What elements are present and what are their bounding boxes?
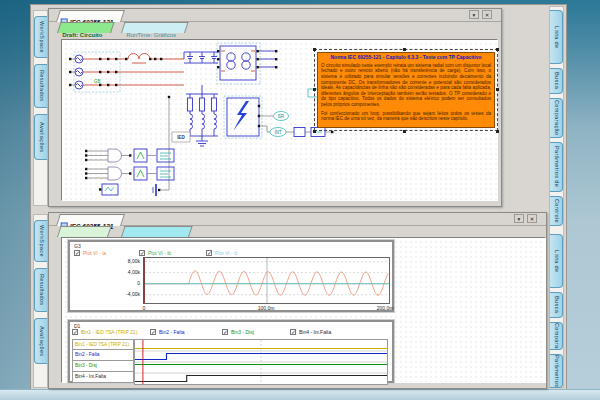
transformer-icon — [217, 46, 277, 80]
status-bar — [0, 389, 600, 400]
close-panel-button[interactable]: ✕ — [482, 10, 492, 19]
legend-plot-ia: Plot VI - ia — [83, 250, 106, 256]
ac-source-icons — [69, 55, 83, 89]
checkbox-plot-ic[interactable]: ✓ — [206, 250, 212, 256]
schematic-canvas[interactable]: .sel{fill:none;stroke:#6fc0cf;stroke-wid… — [61, 39, 498, 201]
sidebar-tab-resultados-2[interactable]: Resultados — [34, 268, 47, 312]
sidebar-tab-comparacao[interactable]: Comparação — [550, 98, 563, 138]
channel-label-bin3: Bin3 - Disj — [72, 361, 134, 372]
x-tick: 0 — [143, 305, 146, 311]
y-tick: 0 — [110, 280, 140, 286]
note-title: Norma IEC 60255-121 - Capítulo 6.3.3 - T… — [321, 55, 491, 61]
fault-block-icon — [227, 98, 260, 136]
digital-plot-area[interactable] — [134, 339, 388, 385]
collapse-panel-button[interactable]: ▾ — [514, 214, 524, 223]
note-body-1: O circuito simulado neste exemplo retrat… — [321, 63, 491, 108]
gb-label: GB — [94, 79, 101, 84]
sidebar-tab-parametros-ajuste-2[interactable]: Parâmetros de Ajuste — [550, 354, 563, 388]
checkbox-plot-ib[interactable]: ✓ — [139, 250, 145, 256]
sidebar-tab-workspace[interactable]: WorkSpace — [34, 16, 47, 58]
scope-icon — [99, 184, 118, 195]
legend-bin3: Bin3 - Disj — [231, 329, 254, 335]
selection-handle[interactable] — [313, 130, 316, 133]
tab-runtime-graficos[interactable]: RunTime: Gráficos — [121, 22, 188, 33]
selection-handle[interactable] — [403, 130, 406, 133]
collapse-panel-button[interactable]: ▾ — [469, 10, 479, 19]
checkbox-bin3[interactable]: ✓ — [222, 329, 228, 335]
legend-bin1: Bin1 - IED 7SA (TRIP 21) — [81, 329, 137, 335]
digital-plot-traces — [135, 340, 387, 384]
sidebar-tab-busca-2[interactable]: Busca — [550, 292, 563, 318]
panel-graphs: IEC 60255-121 ▾ ✕ Draft: Circuito RunTim… — [48, 212, 547, 389]
y-tick: 4,00k — [110, 269, 140, 275]
graphs-canvas[interactable]: G3 ✓ Plot VI - ia ✓ Plot VI - ib ✓ Plot … — [61, 237, 546, 383]
battery-icon — [153, 184, 160, 196]
sidebar-tab-lista-constantes[interactable]: Lista de Constantes — [550, 10, 563, 64]
logic-row — [85, 149, 174, 162]
sr-label: SR — [278, 114, 285, 119]
sidebar-tab-avaliacoes-2[interactable]: Avaliações — [34, 318, 47, 364]
selection-handle[interactable] — [496, 48, 499, 51]
y-tick: -4,00k — [110, 291, 140, 297]
selection-handle[interactable] — [313, 88, 316, 91]
channel-label-bin4: Bin4 - Ini.Falta — [72, 372, 134, 383]
x-tick: 100,0m — [258, 305, 275, 311]
selection-handle[interactable] — [496, 130, 499, 133]
ied-label: IED — [177, 135, 185, 140]
legend-bin2: Bin2 - Falta — [159, 329, 185, 335]
load-branches-icon — [186, 85, 218, 146]
sidebar-tab-busca[interactable]: Busca — [550, 68, 563, 94]
sidebar-tab-parametros-ajuste[interactable]: Parâmetros de Ajuste — [550, 142, 563, 192]
analog-plot-traces — [145, 258, 389, 303]
selection-handle[interactable] — [313, 48, 316, 51]
digital-plot-group: D1 ✓ Bin1 - IED 7SA (TRIP 21) ✓ Bin2 - F… — [68, 320, 394, 383]
note-body-2: Foi confeccionado um loop, possibilitand… — [321, 111, 491, 122]
channel-label-bin2: Bin2 - Falta — [72, 350, 134, 361]
selection-handle[interactable] — [496, 88, 499, 91]
view-tab-row: Draft: Circuito RunTime: Gráficos — [49, 21, 501, 33]
plot-group-id: G3 — [74, 243, 81, 249]
checkbox-plot-ia[interactable]: ✓ — [74, 250, 80, 256]
lightning-icon — [233, 101, 249, 131]
legend-plot-ib: Plot VI - ib — [148, 250, 171, 256]
tab-draft-circuito[interactable]: Draft: Circuito — [57, 226, 111, 237]
legend-plot-ic: Plot VI - ic — [215, 250, 238, 256]
analog-plot-group: G3 ✓ Plot VI - ia ✓ Plot VI - ib ✓ Plot … — [68, 240, 394, 312]
sidebar-tab-lista-constantes-2[interactable]: Lista de Constantes — [550, 234, 563, 288]
checkbox-bin2[interactable]: ✓ — [150, 329, 156, 335]
int-label: INT — [274, 130, 282, 135]
selection-handle[interactable] — [403, 48, 406, 51]
ground-icon — [196, 141, 208, 146]
view-tab-row: Draft: Circuito RunTime: Gráficos — [49, 225, 546, 237]
analog-plot-area[interactable] — [143, 257, 390, 304]
tab-runtime-graficos[interactable]: RunTime: Gráficos — [121, 226, 192, 237]
panel-circuit: IEC 60255-121 ▾ ✕ Draft: Circuito RunTim… — [48, 8, 502, 207]
checkbox-bin1[interactable]: ✓ — [72, 329, 78, 335]
sidebar-tab-avaliacoes[interactable]: Avaliações — [34, 114, 47, 160]
tab-draft-circuito[interactable]: Draft: Circuito — [57, 22, 115, 33]
annotation-note[interactable]: Norma IEC 60255-121 - Capítulo 6.3.3 - T… — [317, 52, 495, 128]
sidebar-tab-workspace-2[interactable]: WorkSpace — [34, 220, 47, 262]
y-tick: 8,00k — [110, 258, 140, 264]
and-gate-icon — [108, 149, 122, 162]
line-impedance-icon — [128, 54, 150, 64]
close-panel-button[interactable]: ✕ — [527, 214, 537, 223]
channel-label-bin1: Bin1 - IED 7SA (TRIP 21) — [72, 339, 134, 350]
legend-bin4: Bin4 - Ini.Falta — [299, 329, 331, 335]
sidebar-tab-controle[interactable]: Controle — [550, 196, 563, 226]
capacitor-bank-icon — [184, 52, 218, 63]
x-tick: 200,0m — [377, 305, 394, 311]
sidebar-tab-resultados[interactable]: Resultados — [34, 64, 47, 108]
sidebar-tab-comparacao-2[interactable]: Comparação — [550, 322, 563, 350]
checkbox-bin4[interactable]: ✓ — [290, 329, 296, 335]
desktop: { "icons":{"check":"✓","collapse":"▾","c… — [0, 0, 600, 400]
